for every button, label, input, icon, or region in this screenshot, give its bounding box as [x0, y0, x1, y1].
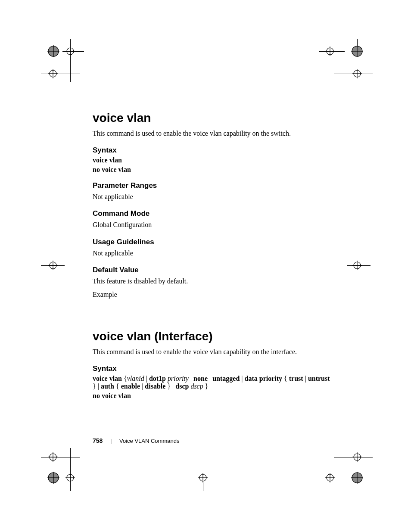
registration-mark-icon	[351, 472, 363, 484]
crop-line	[70, 39, 71, 82]
subsection-heading: Parameter Ranges	[93, 181, 334, 190]
crop-line	[203, 482, 203, 491]
section-title: voice vlan	[93, 111, 334, 125]
subsection-heading: Default Value	[93, 266, 334, 274]
syntax-line: voice vlan	[93, 156, 334, 164]
crop-line	[62, 51, 84, 52]
page-footer: 758 | Voice VLAN Commands	[93, 437, 179, 444]
subsection-text: Global Configuration	[93, 220, 334, 230]
footer-title: Voice VLAN Commands	[119, 438, 179, 444]
section-intro: This command is used to enable the voice…	[93, 128, 334, 138]
subsection-text: Not applicable	[93, 192, 334, 202]
subsection-heading: Command Mode	[93, 209, 334, 218]
registration-mark-icon	[47, 472, 59, 484]
subsection-heading: Usage Guidelines	[93, 238, 334, 246]
footer-separator: |	[110, 438, 112, 444]
crop-line	[357, 39, 358, 47]
crop-line	[319, 478, 345, 478]
crop-line	[62, 478, 84, 478]
crop-line	[190, 478, 215, 478]
registration-mark-icon	[351, 45, 363, 57]
registration-mark-icon	[47, 45, 59, 57]
syntax-line: no voice vlan	[93, 392, 334, 400]
subsection-text: Not applicable	[93, 248, 334, 258]
crop-line	[41, 265, 65, 266]
page: voice vlan This command is used to enabl…	[0, 0, 411, 532]
subsection-text: Example	[93, 289, 334, 299]
syntax-heading: Syntax	[93, 364, 334, 373]
crop-line	[41, 457, 80, 457]
section-intro: This command is used to enable the voice…	[93, 347, 334, 357]
content-area: voice vlan This command is used to enabl…	[93, 111, 334, 401]
subsection-text: This feature is disabled by default.	[93, 276, 334, 286]
syntax-line: voice vlan {vlanid | dot1p priority | no…	[93, 375, 334, 390]
crop-line	[334, 74, 373, 74]
crop-line	[334, 457, 373, 457]
crop-line	[347, 265, 371, 266]
syntax-heading: Syntax	[93, 146, 334, 155]
section-title: voice vlan (Interface)	[93, 330, 334, 343]
crop-line	[70, 448, 71, 491]
crop-line	[41, 74, 80, 74]
page-number: 758	[93, 437, 103, 444]
syntax-line: no voice vlan	[93, 166, 334, 174]
crop-line	[319, 51, 345, 52]
